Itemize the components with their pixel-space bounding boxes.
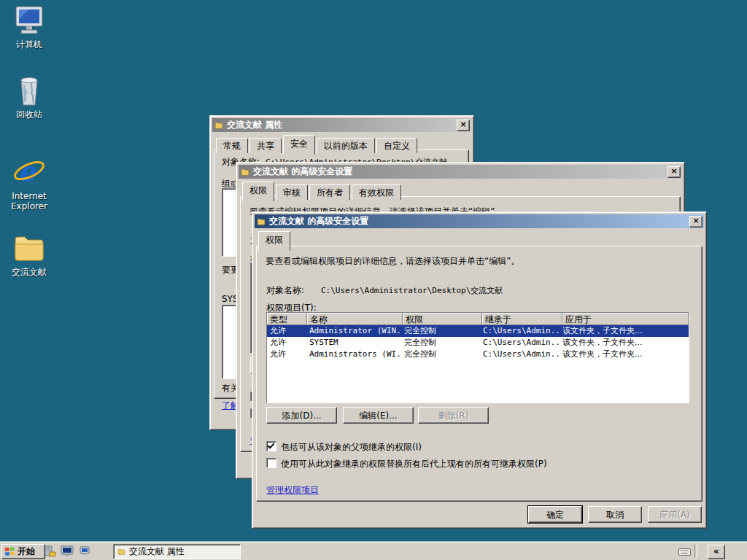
apply-button[interactable]: 应用(A): [648, 506, 702, 523]
table-body: 允许 Administrator (WIN... 完全控制 C:\Users\A…: [267, 325, 689, 402]
computer-icon: [12, 4, 47, 38]
cell-inherited-from: C:\Users\Admin...: [480, 349, 560, 360]
cell-apply-to: 该文件夹，子文件夹...: [560, 349, 689, 360]
advanced-security-titlebar[interactable]: 交流文献 的高级安全设置 ×: [239, 165, 682, 179]
task-button-label: 交流文献 属性: [129, 545, 185, 558]
desktop-icon-label: 计算机: [1, 39, 57, 50]
cancel-button[interactable]: 取消: [588, 506, 642, 523]
permission-entries-table[interactable]: 类型 名称 权限 继承于 应用于 允许 Administrator (WIN..…: [266, 312, 689, 403]
keyboard-icon: [678, 547, 691, 556]
tab-quanxian[interactable]: 权限: [242, 182, 274, 201]
replace-permissions-label: 使用可从此对象继承的权限替换所有后代上现有的所有可继承权限(P): [281, 458, 547, 470]
start-button[interactable]: 开始: [1, 544, 45, 559]
tab-shenhe[interactable]: 审核: [276, 184, 308, 200]
window-title: 交流文献 的高级安全设置: [253, 166, 352, 178]
folder-icon: [117, 548, 126, 556]
folder-icon: [240, 168, 250, 176]
advanced-security-window-front: 交流文献 的高级安全设置 × 权限 要查看或编辑权限项目的详细信息，请选择该项目…: [252, 211, 707, 529]
folder-icon: [214, 121, 224, 130]
replace-permissions-checkbox[interactable]: [266, 458, 276, 468]
col-apply-to[interactable]: 应用于: [562, 313, 689, 325]
folder-icon: [12, 230, 47, 265]
desktop-icon-label: 交流文献: [1, 267, 57, 277]
cell-apply-to: 该文件夹，子文件夹...: [560, 337, 689, 349]
include-inheritable-checkbox[interactable]: [266, 441, 276, 451]
tab-suoyouzhe[interactable]: 所有者: [309, 184, 350, 200]
cell-permission: 完全控制: [401, 349, 480, 360]
window-title: 交流文献 属性: [227, 119, 282, 131]
computer-icon: [79, 546, 90, 557]
taskbar-task-properties[interactable]: 交流文献 属性: [113, 544, 241, 559]
table-row[interactable]: 允许 Administrators (WI... 完全控制 C:\Users\A…: [267, 349, 689, 360]
object-name-value: C:\Users\Administrator\Desktop\交流文献: [321, 285, 503, 296]
recycle-bin-icon: [12, 71, 47, 108]
tab-yiqiandebanben[interactable]: 以前的版本: [317, 138, 375, 153]
cell-inherited-from: C:\Users\Admin...: [480, 337, 560, 349]
remove-button[interactable]: 删除(R): [418, 407, 489, 424]
tab-quanxian[interactable]: 权限: [258, 231, 290, 251]
quicklaunch-server-manager[interactable]: [42, 545, 57, 558]
cell-name: Administrator (WIN...: [306, 325, 401, 337]
tray-chevron-button[interactable]: «: [708, 545, 725, 559]
taskbar: 开始: [0, 542, 747, 560]
close-icon[interactable]: ×: [689, 216, 703, 228]
window-title: 交流文献 的高级安全设置: [269, 215, 368, 228]
properties-titlebar[interactable]: 交流文献 属性 ×: [212, 118, 471, 132]
table-row[interactable]: 允许 Administrator (WIN... 完全控制 C:\Users\A…: [267, 325, 689, 337]
col-name[interactable]: 名称: [307, 313, 403, 325]
close-icon[interactable]: ×: [667, 166, 681, 178]
tab-gongxiang[interactable]: 共享: [249, 138, 282, 153]
advanced-security-titlebar[interactable]: 交流文献 的高级安全设置 ×: [255, 214, 704, 228]
permissions-tab-page: 要查看或编辑权限项目的详细信息，请选择该项目并单击“编辑”。 对象名称: C:\…: [256, 246, 703, 502]
include-inheritable-label: 包括可从该对象的父项继承的权限(I): [281, 441, 422, 454]
cell-apply-to: 该文件夹，子文件夹...: [560, 325, 689, 337]
cell-inherited-from: C:\Users\Admin...: [480, 325, 560, 337]
manage-permissions-link[interactable]: 管理权限项目: [266, 484, 319, 497]
svg-text:e: e: [18, 155, 37, 187]
quicklaunch-computer[interactable]: [77, 545, 92, 558]
tray-separator: [694, 545, 697, 558]
col-permission[interactable]: 权限: [403, 313, 482, 325]
tab-zidingyi[interactable]: 自定义: [376, 138, 417, 153]
edit-button[interactable]: 编辑(E)...: [343, 407, 414, 424]
cell-type: 允许: [267, 349, 306, 360]
display-icon: [61, 545, 74, 557]
table-header-row: 类型 名称 权限 继承于 应用于: [267, 313, 689, 325]
tray-keyboard[interactable]: [677, 545, 692, 558]
desktop-icon-label: Internet Explorer: [1, 191, 57, 211]
start-label: 开始: [18, 545, 35, 558]
desktop-icon-recycle-bin[interactable]: 回收站: [1, 71, 57, 120]
desktop-icon-computer[interactable]: 计算机: [1, 4, 57, 50]
desktop: 计算机 回收站 e Internet Explorer: [0, 0, 747, 560]
server-manager-icon: [43, 545, 56, 557]
windows-logo-icon: [4, 546, 15, 557]
tab-changgui[interactable]: 常规: [216, 138, 248, 153]
internet-explorer-icon: e: [12, 153, 47, 190]
add-button[interactable]: 添加(D)...: [266, 407, 337, 424]
cell-name: SYSTEM: [306, 337, 401, 349]
col-type[interactable]: 类型: [267, 313, 307, 325]
desktop-icon-internet-explorer[interactable]: e Internet Explorer: [1, 153, 57, 211]
col-inherited-from[interactable]: 继承于: [482, 313, 562, 325]
cell-permission: 完全控制: [401, 325, 480, 337]
tab-youxiaoquanxian[interactable]: 有效权限: [352, 184, 401, 200]
cell-type: 允许: [267, 325, 306, 337]
cell-permission: 完全控制: [401, 337, 480, 349]
ok-button[interactable]: 确定: [528, 506, 582, 523]
cell-type: 允许: [267, 337, 306, 349]
desktop-icon-label: 回收站: [1, 109, 57, 120]
table-row[interactable]: 允许 SYSTEM 完全控制 C:\Users\Admin... 该文件夹，子文…: [267, 337, 689, 349]
cell-name: Administrators (WI...: [306, 349, 401, 360]
close-icon[interactable]: ×: [457, 120, 470, 131]
folder-icon: [256, 217, 266, 226]
object-name-label: 对象名称:: [266, 284, 304, 297]
tab-anquan[interactable]: 安全: [283, 135, 315, 155]
instruction-text: 要查看或编辑权限项目的详细信息，请选择该项目并单击“编辑”。: [266, 255, 519, 268]
desktop-icon-folder[interactable]: 交流文献: [1, 230, 57, 277]
quicklaunch-display[interactable]: [60, 545, 74, 558]
